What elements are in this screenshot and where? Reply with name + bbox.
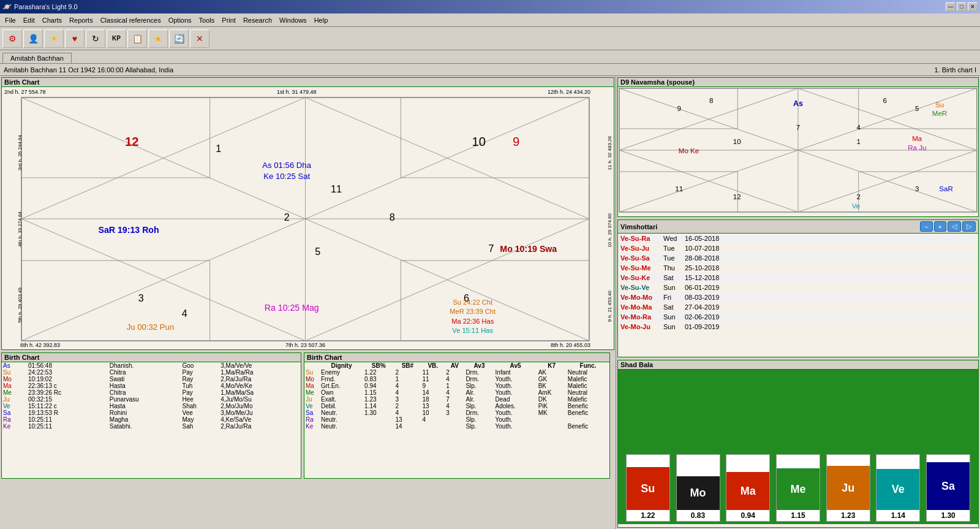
minimize-button[interactable]: — <box>946 2 956 11</box>
vim-date-3: 28-08-2018 <box>685 253 740 263</box>
close-button[interactable]: ✕ <box>968 2 978 11</box>
col-av: AV <box>445 362 464 369</box>
vim-row-6: Ve-Su-Ve Sun 06-01-2019 <box>618 283 978 292</box>
svg-text:9: 9 <box>677 105 681 112</box>
toolbar-kp[interactable]: KP <box>107 29 126 48</box>
table-row: Mo Frnd. 0.83 1 11 4 Drm. Youth. GK Male… <box>304 376 609 382</box>
toolbar-user[interactable]: 👤 <box>23 29 43 48</box>
rashi-ju: Hee <box>181 396 220 403</box>
vim-back-btn[interactable]: ◁ <box>948 221 961 232</box>
table-row: Ra Neutr. 13 4 Slp. Youth. <box>304 416 609 423</box>
menu-charts[interactable]: Charts <box>39 15 66 25</box>
table-row: Ke Neutr. 14 Slp. Youth. Benefic <box>304 423 609 430</box>
menu-tools[interactable]: Tools <box>195 15 219 25</box>
svg-text:As 01:56 Dha: As 01:56 Dha <box>262 161 311 170</box>
table-row: Me 23:39:26 Rc Chitra Pay 1,Ma/Ma/Sa <box>2 389 301 396</box>
maximize-button[interactable]: □ <box>957 2 967 11</box>
shad-ju-label: Ju <box>842 482 854 495</box>
vim-row-7: Ve-Mo-Mo Fri 08-03-2019 <box>618 292 978 302</box>
bottom-panels: Birth Chart As 01:56:48 Dhanish. Goo 3,M… <box>0 351 616 480</box>
sbp-ju: 1.23 <box>363 396 394 403</box>
vim-date-1: 16-05-2018 <box>685 234 740 243</box>
svg-text:12: 12 <box>733 193 741 200</box>
sbp-ra <box>363 416 394 423</box>
svg-text:2: 2 <box>856 193 860 200</box>
menu-options[interactable]: Options <box>165 15 195 25</box>
col-vb: VB. <box>421 362 445 369</box>
av5-su: Infant <box>494 369 537 376</box>
navamsha-title: D9 Navamsha (spouse) <box>618 78 978 87</box>
rashi-as: Goo <box>181 362 220 369</box>
table-row: Su Enemy 1.22 2 11 2 Drm. Infant AK Neut… <box>304 369 609 376</box>
time-as: 01:56:48 <box>27 362 108 369</box>
toolbar-clipboard[interactable]: 📋 <box>127 29 147 48</box>
dignity-ma: Grt.En. <box>320 382 363 389</box>
birth-chart-table-2: Birth Chart Dignity SB% SB# VB. AV Av3 A… <box>304 352 610 479</box>
toolbar-sun[interactable]: ☀ <box>44 29 64 48</box>
svg-text:3: 3 <box>915 185 919 192</box>
menu-edit[interactable]: Edit <box>20 15 39 25</box>
toolbar-cycle[interactable]: ↻ <box>86 29 105 48</box>
left-side: Birth Chart 2nd h. 27 554.78 1st h. 31 4… <box>0 76 616 529</box>
rashi-me: Pay <box>181 389 220 396</box>
planet-sa2: Sa <box>304 409 320 416</box>
sbp-ve: 1.14 <box>363 403 394 409</box>
menu-file[interactable]: File <box>1 15 20 25</box>
menu-windows[interactable]: Windows <box>276 15 311 25</box>
toolbar-heart[interactable]: ♥ <box>65 29 85 48</box>
shad-bar-ju: Ju 1.23 <box>826 454 870 522</box>
menu-research[interactable]: Research <box>239 15 276 25</box>
vim-fwd-btn[interactable]: ▷ <box>962 221 976 232</box>
svg-text:9: 9 <box>513 135 519 148</box>
av5-ra: Youth. <box>494 416 537 423</box>
svg-text:SaR 19:13 Roh: SaR 19:13 Roh <box>98 225 159 235</box>
time-sa: 19:13:53 R <box>27 409 108 416</box>
vim-period-9: Ve-Mo-Ra <box>620 312 663 322</box>
vim-prev-btn[interactable]: − <box>920 221 932 232</box>
time-ke: 10:25:11 <box>27 423 108 430</box>
vim-row-4: Ve-Su-Me Thu 25-10-2018 <box>618 263 978 273</box>
menu-print[interactable]: Print <box>218 15 239 25</box>
menu-classical[interactable]: Classical references <box>97 15 165 25</box>
menu-reports[interactable]: Reports <box>66 15 97 25</box>
vim-next-btn[interactable]: + <box>934 221 946 232</box>
menu-help[interactable]: Help <box>311 15 332 25</box>
svg-text:11: 11 <box>331 183 342 194</box>
planet-me2: Me <box>304 389 320 396</box>
av-ju: 7 <box>445 396 464 403</box>
sbn-ju: 3 <box>394 396 421 403</box>
sbp-sa: 1.30 <box>363 409 394 416</box>
vim-period-6: Ve-Su-Ve <box>620 283 663 292</box>
sbp-ma: 0.94 <box>363 382 394 389</box>
rashi-ke: Sah <box>181 423 220 430</box>
table-row: Su 24:22:53 Chitra Pay 1,Ma/Ra/Ra <box>2 369 301 376</box>
shad-su-value: 1.22 <box>641 511 655 520</box>
planet-ke: Ke <box>2 423 27 430</box>
toolbar-star[interactable]: ★ <box>148 29 168 48</box>
toolbar-refresh[interactable]: 🔄 <box>169 29 189 48</box>
vim-day-9: Sun <box>663 312 685 322</box>
rashi-su: Pay <box>181 369 220 376</box>
svg-text:3: 3 <box>138 292 144 303</box>
toolbar-close[interactable]: ✕ <box>190 29 209 48</box>
planet-ve2: Ve <box>304 403 320 409</box>
vim-day-2: Tue <box>663 243 685 253</box>
k7-ma: BK <box>537 382 567 389</box>
nak-ke: Satabhi. <box>108 423 181 430</box>
dignity-me: Own <box>320 389 363 396</box>
vim-day-4: Thu <box>663 263 685 273</box>
vim-date-4: 25-10-2018 <box>685 263 740 273</box>
func-ju: Malefic <box>567 396 609 403</box>
svg-text:Ra Ju: Ra Ju <box>908 144 926 151</box>
col-sbp: SB% <box>363 362 394 369</box>
rashi-ve: Shah <box>181 403 220 409</box>
main-tab[interactable]: Amitabh Bachhan <box>2 53 72 63</box>
table-row: Ma 22:36:13 c Hasta Tuh 4,Mo/Ve/Ke <box>2 382 301 389</box>
vimshottari-rows: Ve-Su-Ra Wed 16-05-2018 Ve-Su-Ju Tue 10-… <box>618 234 978 356</box>
vim-row-1: Ve-Su-Ra Wed 16-05-2018 <box>618 234 978 243</box>
toolbar-settings[interactable]: ⚙ <box>2 29 22 48</box>
k7-ve: PiK <box>537 403 567 409</box>
k7-ju: DK <box>537 396 567 403</box>
shad-ve-label: Ve <box>892 483 905 496</box>
nak-ma: Hasta <box>108 382 181 389</box>
